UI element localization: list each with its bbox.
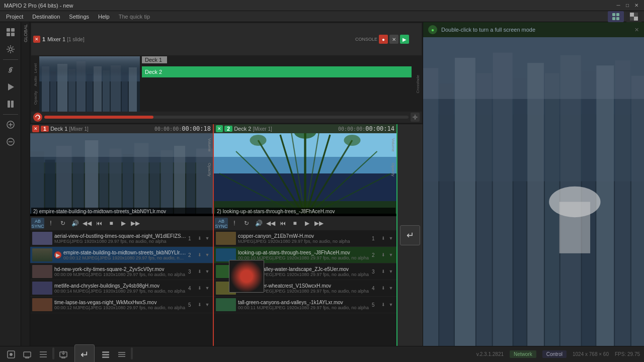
preview-video-area[interactable] — [423, 37, 644, 346]
deck1-stop-btn[interactable]: ■ — [106, 218, 117, 229]
deck2-audio-btn[interactable]: 🔊 — [253, 218, 264, 229]
deck2-prev-btn[interactable]: ⏮ — [277, 218, 288, 229]
mixer-settings-btn[interactable] — [411, 113, 420, 122]
deck2-stop-btn[interactable]: ■ — [289, 218, 300, 229]
svg-rect-9 — [11, 28, 15, 32]
sidebar-grid-btn[interactable] — [3, 24, 19, 40]
deck2-play-btn[interactable]: ▶ — [301, 218, 312, 229]
deck1-file1-down-btn[interactable]: ⬇ — [196, 235, 203, 242]
deck1-file2-down-btn[interactable]: ⬇ — [196, 251, 203, 258]
deck2-file4-down-btn[interactable]: ⬇ — [380, 285, 387, 292]
deck1-file-4[interactable]: metlife-and-chrysler-buildings_Zy4sb98gH… — [30, 280, 213, 297]
svg-rect-21 — [50, 71, 56, 112]
deck2-file-1[interactable]: copper-canyon_Z1Eb7mW-H.mov MJPEG|JPEG 1… — [214, 230, 396, 247]
bottom-return-btn[interactable]: ↵ — [74, 344, 95, 363]
deck1-loop-btn[interactable]: ↻ — [57, 218, 68, 229]
deck1-play-btn[interactable]: ▶ — [118, 218, 129, 229]
sidebar-pause-btn[interactable] — [3, 96, 19, 112]
sidebar-remove-btn[interactable] — [3, 134, 19, 150]
deck1-exclaim-btn[interactable]: ! — [45, 218, 56, 229]
deck1-file-3[interactable]: hd-new-york-city-times-square-2_ZyvScV0y… — [30, 263, 213, 280]
deck2-bar[interactable]: Deck 2 — [142, 66, 412, 77]
deck2-file2-down-btn[interactable]: ⬇ — [380, 251, 387, 258]
deck2-ab-sync-btn[interactable]: ABSYNC — [215, 218, 228, 229]
deck2-file4-more-btn[interactable]: ▼ — [387, 285, 394, 292]
deck2-file1-down-btn[interactable]: ⬇ — [380, 235, 387, 242]
menu-settings[interactable]: Settings — [65, 13, 93, 21]
mixer-close-button[interactable]: ✕ — [33, 36, 40, 43]
deck2-controls: ABSYNC ! ↻ 🔊 ◀◀ ⏮ ■ ▶ ▶▶ — [214, 216, 396, 230]
menu-help[interactable]: Help — [94, 13, 114, 21]
mixer-play-btn[interactable]: ▶ — [400, 35, 409, 44]
menu-project[interactable]: Project — [2, 13, 27, 21]
control-status-btn[interactable]: Control — [542, 350, 567, 358]
deck1-close-btn[interactable]: ✕ — [32, 125, 39, 132]
deck2-file5-down-btn[interactable]: ⬇ — [380, 301, 387, 308]
deck1-forward-btn[interactable]: ▶▶ — [130, 218, 141, 229]
mixer-preview-video[interactable] — [39, 56, 140, 112]
deck1-fileinfo-4: metlife-and-chrysler-buildings_Zy4sb98gH… — [54, 283, 186, 294]
sidebar-sep-2 — [3, 114, 18, 115]
mixer-record-btn[interactable]: ● — [379, 35, 388, 44]
deck1-file5-down-btn[interactable]: ⬇ — [196, 301, 203, 308]
mixer-x-btn[interactable]: ✕ — [389, 35, 398, 44]
deck2-file-5[interactable]: tall-green-canyons-and-valleys_-1k1AYLxr… — [214, 297, 396, 313]
deck1-video[interactable]: Volume Opacity 2) empire-state-building-… — [30, 133, 213, 216]
minimize-button[interactable]: ─ — [615, 2, 622, 9]
deck1-audio-btn[interactable]: 🔊 — [69, 218, 80, 229]
mixer-progress-bar[interactable] — [44, 116, 409, 119]
deck1-file4-down-btn[interactable]: ⬇ — [196, 285, 203, 292]
deck2-file3-more-btn[interactable]: ▼ — [387, 268, 394, 275]
deck2-video[interactable]: Volume Opacity 2) looking-up-at-stars-th… — [214, 133, 396, 216]
deck1-file4-more-btn[interactable]: ▼ — [204, 285, 211, 292]
bottom-btn-6[interactable] — [115, 347, 129, 361]
deck2-close-btn[interactable]: ✕ — [216, 125, 223, 132]
deck1-file1-more-btn[interactable]: ▼ — [204, 235, 211, 242]
deck2-file-4[interactable]: passing-over-wheatcrest_V1S0wcxH.mov 00:… — [214, 280, 396, 297]
deck1-thumb-1 — [32, 232, 52, 245]
deck1-file-2[interactable]: ▶ empire-state-building-to-midtown-stree… — [30, 247, 213, 263]
deck1-file3-more-btn[interactable]: ▼ — [204, 268, 211, 275]
deck2-rewind-btn[interactable]: ◀◀ — [265, 218, 276, 229]
bottom-btn-3[interactable] — [36, 347, 50, 361]
sidebar-settings-btn[interactable] — [3, 41, 19, 57]
transition-arrow-btn[interactable]: ↵ — [400, 225, 420, 245]
close-button[interactable]: ✕ — [633, 2, 640, 9]
deck2-file1-more-btn[interactable]: ▼ — [387, 235, 394, 242]
sidebar-link-btn[interactable] — [3, 62, 19, 78]
mixer-loop-btn[interactable] — [33, 113, 42, 122]
sidebar-play-btn[interactable] — [3, 79, 19, 95]
console-label: CONSOLE — [355, 37, 377, 42]
bottom-btn-5[interactable] — [99, 347, 113, 361]
grid-view-button[interactable] — [608, 11, 624, 22]
maximize-button[interactable]: □ — [624, 2, 631, 9]
deck1-ab-sync-btn[interactable]: ABSYNC — [31, 218, 44, 229]
crossfade-slider[interactable] — [413, 24, 420, 54]
deck2-file5-more-btn[interactable]: ▼ — [387, 301, 394, 308]
svg-point-66 — [250, 135, 267, 146]
deck1-file-1[interactable]: aerial-view-of-bustling-times-square-at-… — [30, 230, 213, 247]
svg-rect-87 — [423, 37, 644, 99]
deck1-file-5[interactable]: time-lapse-las-vegas-night_WkMxxHwxS.mov… — [30, 297, 213, 313]
deck1-file2-more-btn[interactable]: ▼ — [204, 251, 211, 258]
sidebar-add-btn[interactable] — [3, 117, 19, 133]
checker-view-button[interactable] — [626, 11, 642, 22]
menu-destination[interactable]: Destination — [28, 13, 64, 21]
bottom-btn-2[interactable] — [20, 347, 34, 361]
deck2-forward-btn[interactable]: ▶▶ — [313, 218, 325, 229]
bottom-btn-4[interactable] — [56, 347, 70, 361]
network-status-btn[interactable]: Network — [510, 350, 536, 358]
deck1-file3-down-btn[interactable]: ⬇ — [196, 268, 203, 275]
deck2-file2-more-btn[interactable]: ▼ — [387, 251, 394, 258]
deck2-loop-btn[interactable]: ↻ — [241, 218, 252, 229]
preview-notice-close[interactable]: ✕ — [634, 27, 639, 33]
deck2-file3-down-btn[interactable]: ⬇ — [380, 268, 387, 275]
deck2-exclaim-btn[interactable]: ! — [229, 218, 240, 229]
deck1-filename: 2) empire-state-building-to-midtown-stre… — [31, 208, 212, 215]
deck1-file5-more-btn[interactable]: ▼ — [204, 301, 211, 308]
svg-rect-14 — [8, 101, 10, 108]
bottom-btn-1[interactable] — [4, 347, 18, 361]
deck1-prev-btn[interactable]: ⏮ — [94, 218, 105, 229]
deck2-thumb-5 — [216, 298, 236, 311]
deck1-rewind-btn[interactable]: ◀◀ — [82, 218, 93, 229]
